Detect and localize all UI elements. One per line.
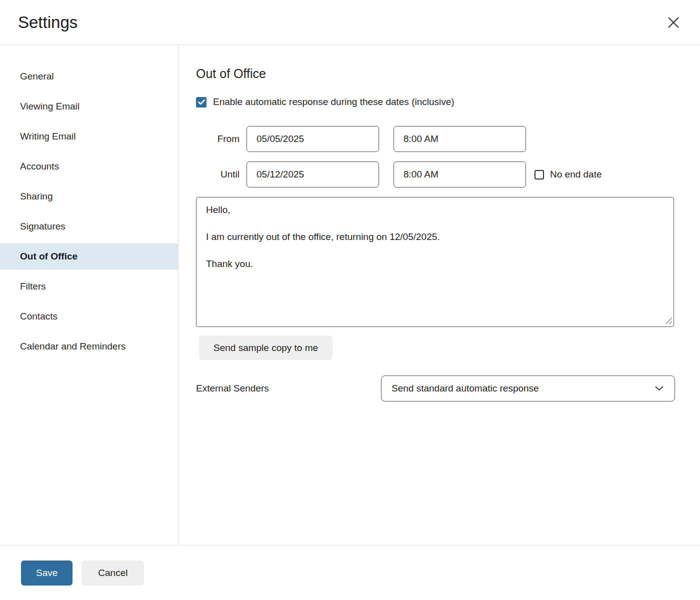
sidebar-item-contacts[interactable]: Contacts bbox=[0, 304, 178, 330]
sidebar-item-viewing-email[interactable]: Viewing Email bbox=[0, 94, 178, 120]
settings-sidebar: General Viewing Email Writing Email Acco… bbox=[0, 45, 178, 545]
from-row: From bbox=[196, 126, 676, 152]
until-label: Until bbox=[196, 169, 240, 180]
auto-response-message-textarea[interactable]: Hello, I am currently out of the office,… bbox=[196, 197, 674, 327]
from-date-input[interactable] bbox=[246, 126, 379, 152]
send-sample-copy-button[interactable]: Send sample copy to me bbox=[199, 336, 332, 360]
external-senders-label: External Senders bbox=[196, 383, 381, 394]
close-icon bbox=[667, 16, 680, 29]
settings-dialog: Settings General Viewing Email Writing E… bbox=[0, 0, 700, 600]
from-label: From bbox=[196, 134, 240, 144]
dialog-body: General Viewing Email Writing Email Acco… bbox=[0, 45, 700, 545]
dialog-title: Settings bbox=[18, 13, 78, 32]
sidebar-item-sharing[interactable]: Sharing bbox=[0, 184, 178, 210]
external-senders-row: External Senders Send standard automatic… bbox=[196, 376, 676, 402]
auto-response-message-wrap: Hello, I am currently out of the office,… bbox=[196, 197, 674, 327]
chevron-down-icon bbox=[655, 386, 664, 391]
enable-auto-response-row: Enable automatic response during these d… bbox=[196, 96, 676, 108]
cancel-button[interactable]: Cancel bbox=[82, 560, 144, 586]
external-senders-select[interactable]: Send standard automatic response bbox=[381, 376, 675, 402]
external-senders-selected-value: Send standard automatic response bbox=[392, 383, 539, 394]
panel-title: Out of Office bbox=[196, 66, 676, 81]
until-row: Until No end date bbox=[196, 162, 676, 188]
from-time-input[interactable] bbox=[394, 126, 526, 152]
sidebar-item-general[interactable]: General bbox=[0, 64, 178, 90]
enable-auto-response-checkbox[interactable] bbox=[196, 97, 206, 108]
until-time-input[interactable] bbox=[394, 162, 526, 188]
sidebar-item-signatures[interactable]: Signatures bbox=[0, 214, 178, 240]
no-end-date-checkbox[interactable] bbox=[534, 170, 544, 180]
save-button[interactable]: Save bbox=[21, 560, 72, 586]
checkmark-icon bbox=[198, 100, 205, 105]
sidebar-item-out-of-office[interactable]: Out of Office bbox=[0, 244, 178, 270]
enable-auto-response-label: Enable automatic response during these d… bbox=[213, 96, 454, 108]
dialog-footer: Save Cancel bbox=[0, 545, 700, 600]
close-button[interactable] bbox=[664, 13, 683, 32]
dialog-header: Settings bbox=[0, 0, 700, 45]
sidebar-item-accounts[interactable]: Accounts bbox=[0, 154, 178, 180]
sidebar-item-filters[interactable]: Filters bbox=[0, 274, 178, 300]
no-end-date-label: No end date bbox=[550, 169, 602, 180]
sidebar-item-calendar-and-reminders[interactable]: Calendar and Reminders bbox=[0, 334, 178, 360]
until-date-input[interactable] bbox=[246, 162, 379, 188]
out-of-office-panel: Out of Office Enable automatic response … bbox=[178, 45, 700, 545]
sidebar-item-writing-email[interactable]: Writing Email bbox=[0, 124, 178, 150]
no-end-date-group: No end date bbox=[534, 169, 602, 180]
